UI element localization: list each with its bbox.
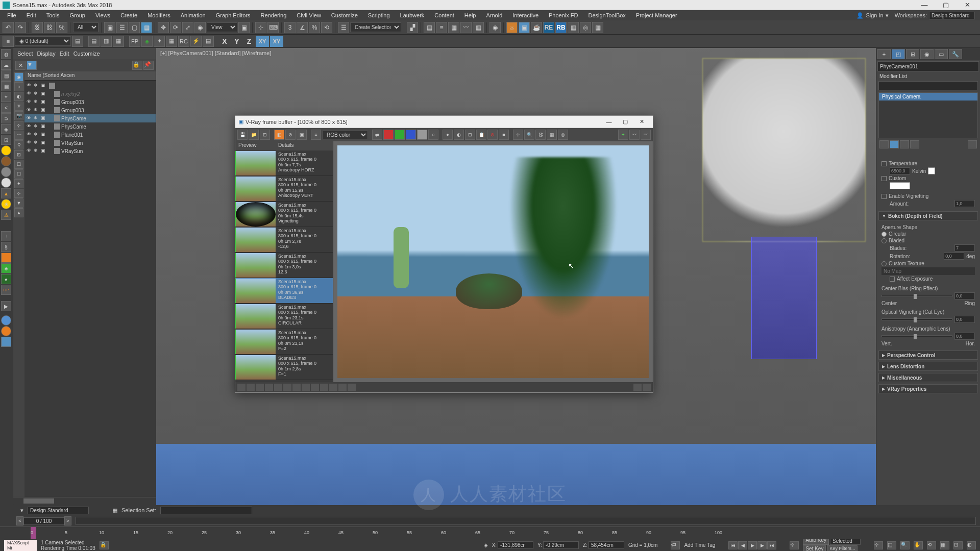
se-funnel[interactable]: ▼ (27, 61, 37, 70)
selection-set-combo[interactable] (160, 507, 252, 514)
lp-4[interactable]: ▦ (1, 81, 11, 91)
schematic-view[interactable]: ▦ (473, 22, 484, 33)
se-ic-12[interactable]: ✦ (14, 179, 23, 188)
se-ic-10[interactable]: ☐ (14, 160, 23, 169)
stack-config[interactable] (968, 140, 977, 148)
menu-interactive[interactable]: Interactive (507, 11, 544, 19)
close-button[interactable]: ✕ (957, 1, 977, 10)
nav-7[interactable]: ⊡ (953, 541, 963, 549)
nav-5[interactable]: ⟲ (927, 541, 936, 549)
z-coord[interactable] (589, 541, 624, 549)
select-object[interactable]: ▣ (104, 22, 115, 33)
render-prod[interactable]: ☕ (531, 22, 542, 33)
sb-lock[interactable]: 🔒 (100, 541, 109, 549)
restore-button[interactable]: ▢ (936, 1, 956, 10)
minimize-button[interactable]: — (914, 1, 935, 10)
workspace-combo[interactable] (929, 12, 975, 19)
sb-tag[interactable]: 🏷 (671, 541, 680, 549)
vfb-alpha[interactable] (417, 130, 427, 140)
tree-row[interactable]: 👁❄▣PhysCame (24, 114, 156, 122)
bind-button[interactable]: % (56, 22, 67, 33)
viewport[interactable]: [+] [PhysCamera001] [Standard] [Wirefram… (156, 48, 876, 505)
pb-play[interactable]: ▶ (748, 541, 757, 549)
stack-physical-camera[interactable]: Physical Camera (879, 93, 977, 101)
vfb-st-r1[interactable] (633, 384, 642, 391)
menu-designtoolbox[interactable]: DesignToolBox (583, 11, 630, 19)
se-ic-8[interactable]: ⚲ (14, 140, 23, 149)
mirror-button[interactable]: ▞ (407, 22, 418, 33)
vfb-st-3[interactable] (256, 384, 264, 391)
vfb-grid[interactable]: ▦ (547, 130, 557, 140)
tree-row[interactable]: 👁❄▣Plane001 (24, 131, 156, 139)
vfb-region[interactable]: ▣ (297, 130, 307, 140)
setkey-button[interactable]: Set Key (803, 545, 826, 551)
nav-6[interactable]: ▦ (940, 541, 949, 549)
vfb-st-10[interactable] (320, 384, 328, 391)
blades-value[interactable] (954, 244, 975, 252)
layer-btn1[interactable]: ▤ (72, 36, 83, 47)
stack-remove[interactable] (910, 140, 919, 148)
tree-row[interactable]: 👁❄▣VRaySun (24, 147, 156, 155)
layers-button[interactable]: ≡ (436, 22, 447, 33)
lp-9[interactable]: ⊡ (1, 135, 11, 145)
named-sel-combo[interactable]: Create Selection Se (350, 22, 401, 32)
vfb-i[interactable]: ● (443, 130, 453, 140)
material-editor[interactable]: ◉ (489, 22, 501, 33)
menu-phoenixfd[interactable]: Phoenix FD (544, 11, 583, 19)
place-button[interactable]: ◉ (194, 22, 206, 33)
se-pin[interactable]: 📌 (143, 61, 154, 70)
curve-editor[interactable]: 〰 (460, 22, 472, 33)
menu-laubwerk[interactable]: Laubwerk (395, 11, 430, 19)
window-crossing[interactable]: ▦ (141, 22, 152, 33)
z-constraint[interactable]: Z (243, 36, 255, 47)
rollout-bokeh[interactable]: ▼Bokeh (Depth of Field) (878, 211, 978, 220)
layer-explorer[interactable]: ≡ (3, 36, 14, 47)
history-item[interactable]: Scena15.max800 x 615, frame 00h 0m 36,9s… (235, 278, 333, 304)
lp-dkgreen[interactable]: ♠ (1, 274, 11, 284)
nav-2[interactable]: ◰ (887, 541, 896, 549)
custom-check[interactable] (881, 176, 887, 181)
vfb-st-4[interactable] (265, 384, 273, 391)
menu-rendering[interactable]: Rendering (256, 11, 292, 19)
vignette-amount[interactable] (954, 200, 975, 207)
vfb-minimize[interactable]: — (601, 117, 617, 127)
util-2[interactable]: ◎ (580, 22, 591, 33)
vfb-load[interactable]: 📁 (249, 130, 259, 140)
pivot-button[interactable]: ▣ (238, 22, 250, 33)
center-bias-slider[interactable] (881, 295, 952, 297)
lp-dots[interactable]: ⁞ (1, 231, 11, 241)
aniso-value[interactable] (954, 333, 975, 340)
tab-create[interactable]: + (877, 49, 891, 59)
x-constraint[interactable]: X (219, 36, 230, 47)
snap-toggle[interactable]: 3 (284, 22, 296, 33)
stack-2[interactable]: ▥ (101, 36, 112, 47)
menu-projectmanager[interactable]: Project Manager (631, 11, 682, 19)
custom-swatch[interactable] (890, 182, 910, 189)
percent-snap[interactable]: % (309, 22, 320, 33)
ref-coord[interactable]: View (207, 22, 237, 32)
render-frame[interactable]: ▣ (519, 22, 530, 33)
add-time-tag[interactable]: Add Time Tag (684, 542, 715, 548)
se-column-header[interactable]: Name (Sorted Ascen (24, 71, 156, 81)
tree-row[interactable]: 👁❄▣VRaySun (24, 139, 156, 147)
history-item[interactable]: Scena15.max800 x 615, frame 00h 1m 3,0s1… (235, 253, 333, 278)
radio-bladed[interactable] (881, 238, 887, 243)
list-icon[interactable]: ▤ (203, 36, 214, 47)
vfb-st-8[interactable] (302, 384, 310, 391)
vfb-st-r2[interactable] (643, 384, 651, 391)
vfb-track[interactable]: ⊹ (513, 130, 523, 140)
lp-play[interactable]: ▶ (1, 301, 11, 311)
temp-value[interactable] (890, 167, 910, 174)
rollout-lensdistortion[interactable]: ▶Lens Distortion (878, 362, 978, 371)
vfb-st-13[interactable] (348, 384, 356, 391)
nav-8[interactable]: ◐ (967, 541, 976, 549)
lp-6[interactable]: < (1, 103, 11, 113)
track-bar[interactable] (76, 517, 976, 525)
dropdown-icon[interactable]: ▾ (20, 507, 23, 514)
lp-orange[interactable] (1, 253, 11, 263)
menu-group[interactable]: Group (64, 11, 90, 19)
tab-hierarchy[interactable]: ⊞ (906, 49, 919, 59)
vfb-save[interactable]: 💾 (237, 130, 248, 140)
vfb-menu[interactable]: ≡ (311, 130, 321, 140)
menu-help[interactable]: Help (459, 11, 481, 19)
